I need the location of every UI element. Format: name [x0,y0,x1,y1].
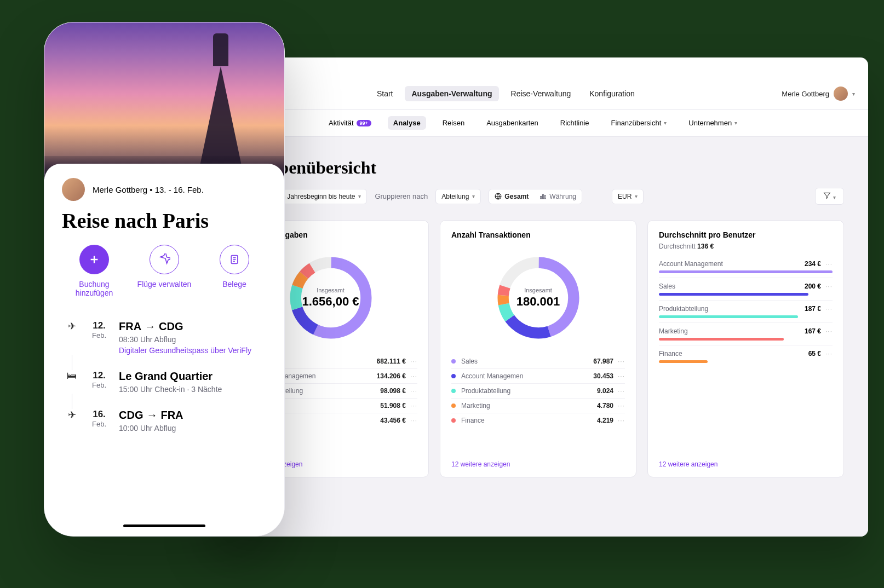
tab-ausgaben[interactable]: Ausgaben-Verwaltung [405,86,498,101]
tab2-analyse[interactable]: Analyse [388,116,426,130]
user-name: Merle Gottberg [782,90,829,98]
plus-icon [88,253,100,266]
legend-row: Finance 4.219 ··· [451,413,625,428]
more-icon[interactable]: ··· [618,417,625,424]
more-icon[interactable]: ··· [410,358,417,365]
add-booking-button[interactable]: Buchung hinzufügen [64,245,124,297]
receipts-button[interactable]: Belege [204,245,265,297]
card-title: Durchschnitt pro Benutzer [659,230,833,239]
chevron-down-icon: ▾ [635,193,638,199]
legend-value: 98.098 € [380,387,406,395]
group-label: Gruppieren nach [375,192,428,200]
legend-name: Sales [461,358,593,365]
card-transactions: Anzahl Transaktionen Insgesamt 180.001 [440,220,636,477]
bar-name: Marketing [659,327,805,335]
tab2-richtlinie[interactable]: Richtlinie [555,116,595,130]
tab-start[interactable]: Start [370,86,400,101]
itinerary-item[interactable]: 🛏 12.Feb. Le Grand Quartier 15:00 Uhr Ch… [64,362,267,401]
more-icon[interactable]: ··· [618,387,625,395]
itinerary-item[interactable]: ✈ 12.Feb. FRA→CDG 08:30 Uhr Abflug Digit… [64,313,267,362]
avg-line: Durchschnitt 136 € [659,243,833,250]
total-currency-segment: Gesamt Währung [489,189,582,204]
card-average: Durchschnitt pro Benutzer Durchschnitt 1… [647,220,844,477]
tab-reise[interactable]: Reise-Verwaltung [504,86,578,101]
bar-track [659,293,808,296]
manage-flights-button[interactable]: Flüge verwalten [134,245,194,297]
more-icon[interactable]: ··· [618,402,625,410]
phone-mockup: Merle Gottberg • 13. - 16. Feb. Reise na… [44,22,285,537]
avatar [62,178,85,201]
tab-konfiguration[interactable]: Konfiguration [583,86,641,101]
trip-title: Reise nach Paris [62,209,267,233]
more-icon[interactable]: ··· [410,402,417,410]
bar-value: 187 € [805,305,821,313]
bar-value: 65 € [808,350,821,358]
legend-name: Account Managemen [461,372,593,380]
donut-spend: Insgesamt 1.656,00 € [284,251,377,344]
bar-value: 167 € [805,327,821,335]
bar-name: Produktabteilung [659,305,805,313]
bar-track [659,270,833,273]
donut-value: 180.001 [516,295,560,309]
plane-icon [158,253,170,266]
plane-icon: ✈ [64,320,79,355]
bars-icon [539,193,547,200]
itinerary-item[interactable]: ✈ 16.Feb. CDG→FRA 10:00 Uhr Abflug [64,401,267,440]
bar-row: Finance 65 € ··· [659,345,833,367]
content-area: Ausgabenübersicht Zeitraum Von Jahresbeg… [208,137,868,537]
more-icon[interactable]: ··· [825,305,833,313]
more-icon[interactable]: ··· [618,372,625,380]
user-menu[interactable]: Merle Gottberg ▾ [782,87,855,101]
legend-dot-icon [451,418,456,423]
verifly-link[interactable]: Digitaler Gesundheitspass über VeriFly [119,346,267,355]
legend-value: 4.219 [597,417,613,424]
more-icon[interactable]: ··· [410,387,417,395]
filter-button[interactable]: ▾ [815,188,844,205]
tab2-unternehmen[interactable]: Unternehmen▾ [683,116,743,130]
window-controls [208,57,868,82]
donut-label: Insgesamt [317,287,345,293]
donut-tx: Insgesamt 180.001 [492,251,585,344]
more-icon[interactable]: ··· [410,372,417,380]
svg-rect-2 [543,194,544,199]
bar-name: Sales [659,283,805,290]
tab2-reisen[interactable]: Reisen [437,116,470,130]
currency-select[interactable]: EUR ▾ [612,189,644,204]
show-more-link[interactable]: 12 weitere anzeigen [451,455,625,468]
svg-rect-1 [541,197,542,199]
group-select[interactable]: Abteilung ▾ [435,189,481,204]
page-title: Ausgabenübersicht [232,158,844,178]
tab2-ausgabenkarten[interactable]: Ausgabenkarten [481,116,544,130]
legend-name: Marketing [461,402,597,410]
legend-dot-icon [451,389,456,393]
legend-value: 682.111 € [377,358,406,365]
legend-row: Produktabteilung 9.024 ··· [451,383,625,398]
donut-value: 1.656,00 € [302,295,359,309]
plane-icon: ✈ [64,409,79,433]
legend-value: 67.987 [593,358,613,365]
badge-count: 99+ [357,120,371,126]
more-icon[interactable]: ··· [825,260,833,268]
legend-value: 9.024 [597,387,613,395]
seg-currency[interactable]: Währung [534,189,582,204]
trip-user-row: Merle Gottberg • 13. - 16. Feb. [62,178,267,201]
bar-row: Marketing 167 € ··· [659,322,833,345]
legend-name: Produktabteilung [461,387,597,395]
trip-actions: Buchung hinzufügen Flüge verwalten Beleg… [64,245,265,297]
seg-total[interactable]: Gesamt [489,189,534,204]
filter-bar: Zeitraum Von Jahresbeginn bis heute ▾ Gr… [232,188,844,205]
more-icon[interactable]: ··· [618,358,625,365]
admin-window: NAVAN Admin ▾ Start Ausgaben-Verwaltung … [208,57,868,537]
legend-value: 30.453 [593,372,613,380]
more-icon[interactable]: ··· [825,350,833,358]
tab2-finanzuebersicht[interactable]: Finanzübersicht▾ [606,116,673,130]
tab2-aktivitaet[interactable]: Aktivität 99+ [323,116,377,130]
globe-icon [495,193,502,200]
legend-tx: Sales 67.987 ··· Account Managemen 30.45… [451,354,625,428]
more-icon[interactable]: ··· [825,283,833,290]
funnel-icon [823,192,831,199]
more-icon[interactable]: ··· [410,417,417,424]
bar-value: 200 € [805,283,821,290]
show-more-link[interactable]: 12 weitere anzeigen [659,455,833,468]
more-icon[interactable]: ··· [825,327,833,335]
